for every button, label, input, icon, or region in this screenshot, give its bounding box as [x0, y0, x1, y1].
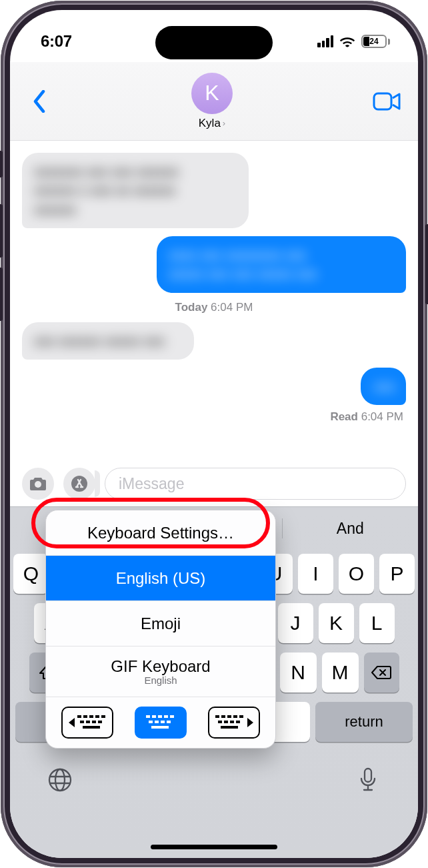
video-icon — [373, 92, 401, 111]
keyboard-settings-item[interactable]: Keyboard Settings… — [46, 510, 275, 556]
compose-bar: iMessage — [10, 464, 418, 503]
svg-point-1 — [35, 481, 41, 488]
keyboard-switcher-popup: Keyboard Settings… English (US) Emoji GI… — [45, 510, 276, 749]
screen: 6:07 24 — [10, 10, 418, 858]
volume-up-button — [0, 204, 3, 258]
volume-down-button — [0, 268, 3, 321]
wifi-icon — [339, 35, 355, 47]
triangle-left-icon — [69, 718, 75, 727]
camera-icon — [29, 476, 47, 491]
key-k[interactable]: K — [319, 603, 354, 643]
mini-keyboard-icon — [77, 715, 107, 730]
battery-icon: 24 — [361, 35, 390, 48]
silent-switch — [0, 151, 3, 177]
status-time: 6:07 — [41, 32, 72, 51]
status-indicators: 24 — [317, 35, 390, 48]
svg-rect-5 — [365, 769, 371, 782]
key-p[interactable]: P — [379, 554, 415, 594]
delete-key[interactable] — [364, 653, 399, 693]
keyboard-option-emoji[interactable]: Emoji — [46, 601, 275, 646]
keyboard-option-english[interactable]: English (US) — [46, 556, 275, 601]
device-frame: 6:07 24 — [0, 0, 428, 868]
dynamic-island — [155, 26, 273, 59]
key-o[interactable]: O — [339, 554, 374, 594]
phone-body: 6:07 24 — [1, 1, 427, 867]
globe-button[interactable] — [45, 765, 75, 795]
appstore-icon — [71, 475, 88, 492]
back-button[interactable] — [26, 88, 53, 115]
message-incoming[interactable]: xxxxxxx xxx xxx xxxxxx xxxxxx x xxx xx x… — [22, 153, 249, 228]
globe-icon — [47, 767, 73, 793]
key-m[interactable]: M — [322, 653, 359, 693]
chevron-right-icon: › — [223, 118, 225, 128]
one-handed-right-button[interactable] — [208, 707, 260, 739]
camera-button[interactable] — [22, 468, 54, 500]
chevron-left-icon — [33, 90, 46, 113]
full-keyboard-button[interactable] — [135, 707, 187, 739]
message-incoming[interactable]: xxx xxxxxx xxxxx xxx — [22, 322, 194, 360]
triangle-right-icon — [247, 718, 253, 727]
one-handed-left-button[interactable] — [61, 707, 113, 739]
contact-name: Kyla — [199, 117, 221, 130]
svg-rect-0 — [374, 93, 391, 109]
key-i[interactable]: I — [298, 554, 333, 594]
facetime-button[interactable] — [371, 89, 402, 114]
cellular-icon — [317, 35, 333, 47]
home-indicator[interactable] — [151, 845, 277, 849]
read-receipt: Read 6:04 PM — [22, 410, 406, 424]
key-q[interactable]: Q — [13, 554, 49, 594]
keyboard-footer — [10, 751, 418, 795]
keyboard-mode-row — [46, 697, 275, 748]
nav-header: K Kyla › — [10, 62, 418, 141]
timestamp: Today 6:04 PM — [22, 301, 406, 314]
return-key[interactable]: return — [315, 702, 413, 742]
battery-percent: 24 — [363, 36, 385, 47]
dictation-button[interactable] — [353, 765, 383, 795]
message-outgoing[interactable]: xxx — [361, 368, 406, 405]
power-button — [425, 224, 428, 304]
key-n[interactable]: N — [280, 653, 317, 693]
message-input[interactable]: iMessage — [105, 468, 406, 500]
message-placeholder: iMessage — [119, 475, 184, 493]
mini-keyboard-icon — [215, 715, 245, 730]
suggestion[interactable]: And — [283, 520, 418, 538]
apps-button[interactable] — [63, 468, 95, 500]
message-outgoing[interactable]: xxxx xxx xxxxxxxx xxx xxxxx xxx xxx xxxx… — [157, 236, 406, 293]
svg-point-3 — [49, 769, 71, 791]
mic-icon — [359, 767, 377, 793]
svg-point-4 — [55, 769, 65, 791]
delete-icon — [371, 665, 391, 680]
contact-header[interactable]: K Kyla › — [191, 73, 233, 130]
keyboard-option-gif[interactable]: GIF Keyboard English — [46, 646, 275, 697]
mini-keyboard-icon — [146, 715, 175, 730]
avatar: K — [191, 73, 233, 114]
key-j[interactable]: J — [278, 603, 313, 643]
key-l[interactable]: L — [359, 603, 395, 643]
